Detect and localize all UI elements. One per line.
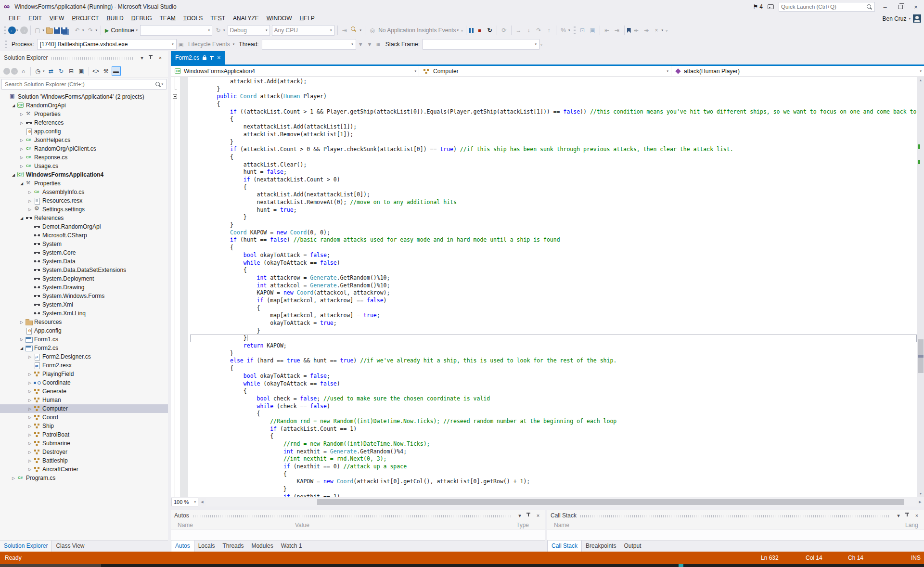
tree-item[interactable]: ◢RandomOrgApi bbox=[0, 101, 168, 110]
code-line[interactable]: while (okayToAttack == false) bbox=[190, 380, 917, 388]
twisty-collapsed-icon[interactable]: ▷ bbox=[26, 450, 33, 454]
document-tab-form2[interactable]: Form2.cs × bbox=[171, 51, 225, 64]
step-over-icon[interactable]: ↷ bbox=[534, 26, 543, 35]
twisty-collapsed-icon[interactable]: ▷ bbox=[26, 372, 33, 376]
menu-view[interactable]: VIEW bbox=[46, 14, 68, 23]
close-button[interactable]: × bbox=[911, 3, 921, 11]
code-line[interactable]: nextattackList.RemoveAt(0); //move on to… bbox=[190, 199, 917, 206]
twisty-collapsed-icon[interactable]: ▷ bbox=[18, 164, 25, 168]
process-combo[interactable]: [1740] BattleshipGame.vshost.exe ▾ bbox=[37, 39, 177, 50]
member-dropdown[interactable]: attack(Human Player) ▾ bbox=[671, 66, 924, 76]
quick-launch-input[interactable] bbox=[781, 4, 866, 10]
vertical-scrollbar[interactable]: ▲ ▼ bbox=[917, 77, 924, 497]
twisty-expanded-icon[interactable]: ◢ bbox=[10, 173, 17, 177]
zoom-control[interactable]: 100 % ▾ bbox=[171, 498, 198, 506]
code-line[interactable]: int nexthit = Generate.GetRandom()%4; bbox=[190, 448, 917, 456]
tree-item[interactable]: ▷AircraftCarrier bbox=[0, 465, 168, 474]
show-all-files-icon[interactable]: ▬ bbox=[112, 66, 121, 76]
code-line[interactable]: if (map[attackcol, attackrow] == false) bbox=[190, 297, 917, 305]
menu-debug[interactable]: DEBUG bbox=[128, 14, 156, 23]
restart-debugging-icon[interactable]: ↻ bbox=[485, 26, 494, 35]
code-line[interactable]: if (attackList.Count > 0 && Player.check… bbox=[190, 146, 917, 154]
breakpoints-window-icon[interactable]: ⊡ bbox=[578, 26, 587, 35]
previous-bookmark-icon[interactable]: ↞ bbox=[632, 26, 641, 35]
tab-autos[interactable]: Autos bbox=[171, 541, 194, 552]
tree-item[interactable]: System bbox=[0, 240, 168, 248]
tree-item[interactable]: ▷PlayingField bbox=[0, 370, 168, 378]
code-line[interactable]: } bbox=[190, 335, 917, 342]
menu-test[interactable]: TEST bbox=[206, 14, 229, 23]
thread-combo[interactable]: ▾ bbox=[262, 39, 356, 50]
solution-search-input[interactable] bbox=[5, 81, 155, 87]
tree-item[interactable]: System.Data bbox=[0, 257, 168, 266]
code-line[interactable]: Coord KAPOW = new Coord(0, 0); bbox=[190, 229, 917, 237]
twisty-expanded-icon[interactable]: ◢ bbox=[10, 103, 17, 108]
tree-item[interactable]: app.config bbox=[0, 127, 168, 136]
code-line[interactable]: { bbox=[190, 154, 917, 161]
code-line[interactable]: if (nexthit == 0) //attack up a space bbox=[190, 463, 917, 471]
twisty-collapsed-icon[interactable]: ▷ bbox=[26, 199, 33, 203]
home-icon[interactable]: ⌂ bbox=[19, 66, 28, 76]
tree-item[interactable]: ▷JsonHelper.cs bbox=[0, 136, 168, 144]
tree-item[interactable]: ▷Form2.Designer.cs bbox=[0, 352, 168, 361]
window-position-icon[interactable]: ▾ bbox=[138, 55, 146, 61]
code-editor[interactable]: attackList.Add(attack); } public Coord a… bbox=[171, 77, 924, 497]
twisty-expanded-icon[interactable]: ◢ bbox=[18, 346, 25, 350]
twisty-collapsed-icon[interactable]: ▷ bbox=[18, 147, 25, 151]
horizontal-scrollbar[interactable] bbox=[206, 498, 916, 506]
twisty-collapsed-icon[interactable]: ▷ bbox=[26, 389, 33, 394]
tree-item[interactable]: ▷References bbox=[0, 118, 168, 127]
code-line[interactable]: //Random rnd = new Random((int)DateTime.… bbox=[190, 418, 917, 425]
filter-icon[interactable]: ▼ bbox=[358, 41, 363, 47]
code-line[interactable]: bool check = false; //used to make sure … bbox=[190, 395, 917, 403]
pending-changes-filter-icon[interactable]: ◷ bbox=[33, 66, 42, 76]
collapse-region-button[interactable] bbox=[173, 94, 177, 99]
notifications-button[interactable]: ⚑ 4 bbox=[753, 3, 763, 10]
tree-item[interactable]: System.Windows.Forms bbox=[0, 292, 168, 300]
user-account[interactable]: Ben Cruz ▾ bbox=[882, 14, 921, 23]
step-into-icon[interactable]: ↓ bbox=[524, 26, 533, 35]
tree-item[interactable]: ▷Destroyer bbox=[0, 448, 168, 456]
immediate-window-icon[interactable]: ▣ bbox=[588, 26, 597, 35]
call-stack-body[interactable] bbox=[547, 529, 924, 540]
find-in-files-icon[interactable] bbox=[350, 26, 359, 35]
chevron-down-icon[interactable]: ▾ bbox=[568, 28, 570, 32]
undo-icon[interactable]: ↶ bbox=[73, 26, 82, 35]
code-line[interactable]: { bbox=[190, 244, 917, 252]
minimize-button[interactable]: – bbox=[880, 3, 890, 11]
tree-item[interactable]: Demot.RandomOrgApi bbox=[0, 222, 168, 231]
break-all-icon[interactable] bbox=[469, 27, 474, 33]
code-line[interactable]: { bbox=[190, 267, 917, 274]
tab-output[interactable]: Output bbox=[620, 541, 645, 552]
next-bookmark-icon[interactable]: ↠ bbox=[642, 26, 651, 35]
tree-item[interactable]: ▷Response.cs bbox=[0, 153, 168, 162]
tree-item[interactable]: ▷PatrolBoat bbox=[0, 430, 168, 439]
tree-item[interactable]: System.Xml.Linq bbox=[0, 309, 168, 318]
open-file-icon[interactable] bbox=[46, 28, 53, 34]
forward-icon[interactable]: → bbox=[11, 68, 18, 75]
redo-icon[interactable]: ↷ bbox=[86, 26, 95, 35]
tab-watch-1[interactable]: Watch 1 bbox=[277, 541, 306, 552]
navigate-forward-icon[interactable]: → bbox=[20, 26, 28, 34]
code-line[interactable]: //rnd = new Random((int)DateTime.Now.Tic… bbox=[190, 440, 917, 448]
twisty-collapsed-icon[interactable]: ▷ bbox=[26, 381, 33, 385]
tree-item[interactable]: System.Drawing bbox=[0, 283, 168, 292]
tree-item[interactable]: ◢Form2.cs bbox=[0, 344, 168, 352]
toggle-bookmark-icon[interactable] bbox=[627, 28, 631, 33]
tab-locals[interactable]: Locals bbox=[194, 541, 219, 552]
tree-item[interactable]: ▷Resources bbox=[0, 318, 168, 326]
refresh-icon[interactable]: ↻ bbox=[57, 66, 66, 76]
apply-code-changes-icon[interactable]: ⟳ bbox=[500, 26, 509, 35]
continue-button[interactable]: ▶Continue bbox=[103, 27, 136, 34]
code-line[interactable]: } bbox=[190, 486, 917, 493]
twisty-collapsed-icon[interactable]: ▷ bbox=[26, 415, 33, 420]
twisty-expanded-icon[interactable]: ◢ bbox=[18, 216, 25, 220]
tree-item[interactable]: ▷Submarine bbox=[0, 439, 168, 448]
twisty-collapsed-icon[interactable]: ▷ bbox=[18, 320, 25, 324]
scroll-left-icon[interactable]: ◀ bbox=[198, 500, 206, 504]
chevron-down-icon[interactable]: ▾ bbox=[16, 28, 18, 32]
chevron-down-icon[interactable]: ▾ bbox=[223, 28, 225, 32]
code-line[interactable]: } bbox=[190, 350, 917, 358]
back-icon[interactable]: ← bbox=[3, 68, 10, 75]
tree-item[interactable]: ▷Coordinate bbox=[0, 378, 168, 387]
